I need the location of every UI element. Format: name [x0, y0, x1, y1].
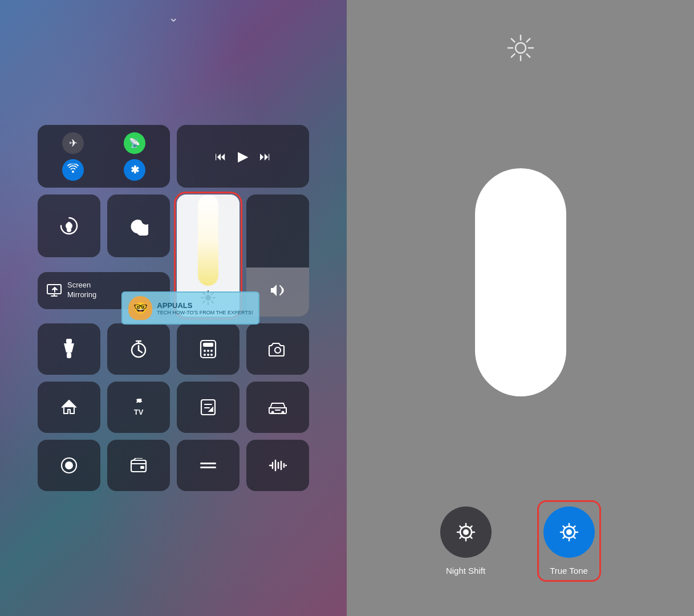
bluetooth-item[interactable]: ✱: [104, 156, 165, 183]
brightness-bar: [198, 194, 218, 286]
svg-rect-32: [200, 463, 216, 464]
notes-tile[interactable]: [177, 382, 240, 433]
camera-icon: [268, 341, 287, 357]
bluetooth-button[interactable]: ✱: [124, 159, 145, 181]
wifi-item[interactable]: [42, 156, 104, 183]
moon-icon: [129, 216, 148, 236]
carplay-tile[interactable]: [246, 382, 309, 433]
svg-line-42: [511, 54, 514, 58]
svg-point-22: [207, 354, 209, 356]
hotspot-item[interactable]: 📡: [104, 129, 165, 156]
svg-line-51: [460, 536, 462, 538]
rewind-button[interactable]: ⏮: [215, 150, 226, 163]
true-tone-label: True Tone: [550, 566, 588, 576]
chevron-down-icon[interactable]: ⌄: [168, 10, 178, 25]
soundwave-tile[interactable]: [246, 440, 309, 491]
sun-icon-top: [507, 34, 534, 64]
screen-mirror-icon: [47, 284, 62, 297]
brightness-pill[interactable]: [475, 168, 566, 396]
svg-point-62: [566, 529, 572, 535]
soundwave-icon: [269, 458, 287, 473]
true-tone-circle[interactable]: [543, 506, 595, 558]
svg-rect-17: [203, 343, 213, 347]
airplane-icon: ✈: [69, 137, 78, 149]
svg-line-60: [573, 526, 575, 528]
svg-line-40: [526, 54, 530, 58]
rotation-lock-tile[interactable]: [38, 194, 100, 257]
media-controls-tile: ⏮ ▶ ⏭: [177, 125, 309, 188]
connectivity-tile: ✈ 📡: [38, 125, 170, 188]
svg-point-29: [65, 461, 73, 469]
flashlight-tile[interactable]: [38, 323, 100, 375]
do-not-disturb-tile[interactable]: [107, 194, 170, 257]
bluetooth-icon: ✱: [131, 164, 139, 176]
camera-tile[interactable]: [246, 323, 309, 375]
svg-line-61: [563, 536, 565, 538]
calculator-icon: [200, 339, 217, 359]
home-icon: [60, 399, 78, 416]
svg-point-20: [210, 350, 213, 352]
svg-rect-14: [67, 352, 71, 358]
wallet-tile[interactable]: [107, 440, 170, 491]
svg-line-41: [526, 39, 530, 42]
svg-line-59: [573, 536, 575, 538]
wifi-button[interactable]: [62, 159, 84, 181]
svg-point-27: [282, 411, 285, 414]
volume-icon: [270, 283, 286, 301]
screen-record-tile[interactable]: [38, 440, 100, 491]
svg-point-21: [204, 354, 206, 356]
night-shift-button[interactable]: Night Shift: [440, 506, 492, 576]
forward-button[interactable]: ⏭: [259, 150, 271, 163]
true-tone-button[interactable]: True Tone: [543, 506, 595, 576]
accessibility-tile[interactable]: [177, 440, 240, 491]
svg-point-52: [463, 529, 469, 535]
watermark-logo: 🤓: [128, 296, 152, 320]
timer-tile[interactable]: [107, 323, 170, 375]
night-shift-icon: [455, 521, 477, 543]
home-tile[interactable]: [38, 382, 100, 433]
appletv-tile[interactable]: TV: [107, 382, 170, 433]
watermark-text: APPUALS TECH HOW-TO'S FROM THE EXPERTS!: [157, 301, 253, 315]
svg-line-58: [563, 526, 565, 528]
timer-icon: [129, 339, 148, 359]
screen-mirror-label: Screen Mirroring: [67, 281, 96, 300]
true-tone-icon: [558, 521, 580, 543]
night-shift-circle[interactable]: [440, 506, 492, 558]
apple-icon: [132, 399, 145, 407]
left-panel: ⌄ ✈ 📡: [0, 0, 347, 616]
accessibility-icon: [200, 463, 216, 468]
play-button[interactable]: ▶: [238, 148, 248, 164]
appletv-label: TV: [134, 408, 144, 416]
svg-point-23: [210, 354, 213, 356]
notes-icon: [200, 399, 216, 416]
svg-point-18: [204, 350, 206, 352]
right-panel: Night Shift: [347, 0, 694, 616]
screen-record-icon: [60, 457, 78, 474]
hotspot-icon: 📡: [129, 137, 140, 148]
calculator-tile[interactable]: [177, 323, 240, 375]
svg-point-19: [207, 350, 209, 352]
wifi-icon: [67, 164, 79, 176]
carplay-icon: [268, 400, 287, 415]
svg-point-24: [275, 347, 281, 353]
hotspot-button[interactable]: 📡: [124, 132, 145, 154]
true-tone-wrapper: True Tone: [537, 500, 601, 582]
night-shift-label: Night Shift: [446, 566, 485, 576]
bottom-buttons-row: Night Shift: [370, 500, 671, 582]
watermark-title: APPUALS: [157, 301, 253, 310]
svg-point-26: [271, 411, 274, 414]
svg-rect-30: [131, 460, 146, 472]
watermark-subtitle: TECH HOW-TO'S FROM THE EXPERTS!: [157, 310, 253, 315]
svg-rect-13: [66, 339, 72, 343]
svg-rect-2: [67, 222, 71, 226]
svg-line-49: [470, 536, 472, 538]
airplane-mode-button[interactable]: ✈: [62, 132, 84, 154]
svg-point-34: [516, 43, 526, 53]
svg-line-48: [460, 526, 462, 528]
wallet-icon: [130, 458, 147, 473]
rotation-lock-icon: [59, 216, 79, 236]
flashlight-icon: [61, 339, 77, 359]
watermark: 🤓 APPUALS TECH HOW-TO'S FROM THE EXPERTS…: [121, 291, 259, 325]
airplane-mode-item[interactable]: ✈: [42, 129, 104, 156]
svg-line-50: [470, 526, 472, 528]
